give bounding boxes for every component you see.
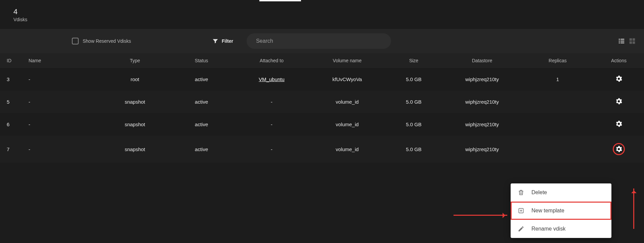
- col-attached[interactable]: Attached to: [234, 53, 309, 68]
- gear-icon[interactable]: [615, 98, 622, 105]
- new-icon: [517, 207, 525, 214]
- cell-type: snapshot: [101, 91, 169, 113]
- filter-label: Filter: [222, 38, 233, 44]
- menu-item-delete[interactable]: Delete: [511, 183, 611, 202]
- gear-icon[interactable]: [615, 120, 622, 127]
- cell-datastore: wiphjzreq210ty: [442, 136, 522, 163]
- actions-menu: DeleteNew templateRename vdisk: [511, 183, 611, 238]
- cell-id: 6: [0, 113, 25, 136]
- cell-id: 5: [0, 91, 25, 113]
- cell-actions: [594, 68, 644, 91]
- trash-icon: [517, 189, 525, 196]
- cell-datastore: wiphjzreq210ty: [442, 113, 522, 136]
- cell-volume: volume_id: [309, 113, 385, 136]
- table-row[interactable]: 5-snapshotactive-volume_id5.0 GBwiphjzre…: [0, 91, 644, 113]
- cell-datastore: wiphjzreq210ty: [442, 91, 522, 113]
- cell-status: active: [169, 136, 234, 163]
- cell-attached: -: [234, 136, 309, 163]
- cell-actions: [594, 136, 644, 163]
- menu-item-label: Rename vdisk: [531, 226, 565, 232]
- cell-size: 5.0 GB: [385, 113, 442, 136]
- search-field[interactable]: [247, 33, 391, 49]
- summary: 4 Vdisks: [0, 1, 644, 29]
- cell-type: snapshot: [101, 113, 169, 136]
- menu-item-label: New template: [531, 208, 564, 214]
- attached-link[interactable]: VM_ubuntu: [259, 76, 285, 82]
- annotation-arrow-vertical: [633, 188, 634, 229]
- filter-button[interactable]: Filter: [212, 37, 233, 45]
- checkbox-icon: [72, 38, 79, 44]
- col-datastore[interactable]: Datastore: [442, 53, 522, 68]
- cell-volume: kfUvCWyoVa: [309, 68, 385, 91]
- summary-count: 4: [13, 7, 631, 16]
- search-input[interactable]: [255, 38, 382, 44]
- summary-label: Vdisks: [13, 17, 631, 22]
- cell-size: 5.0 GB: [385, 91, 442, 113]
- menu-item-new-template[interactable]: New template: [511, 202, 611, 220]
- col-actions: Actions: [594, 53, 644, 68]
- cell-attached: -: [234, 113, 309, 136]
- table-header-row: ID Name Type Status Attached to Volume n…: [0, 53, 644, 68]
- list-view-icon[interactable]: [618, 37, 625, 45]
- cell-status: active: [169, 91, 234, 113]
- col-replicas[interactable]: Replicas: [522, 53, 594, 68]
- cell-name: -: [25, 136, 101, 163]
- cell-replicas: [522, 136, 594, 163]
- show-reserved-label: Show Reserved Vdisks: [83, 38, 131, 44]
- cell-attached: VM_ubuntu: [234, 68, 309, 91]
- cell-actions: [594, 91, 644, 113]
- cell-name: -: [25, 113, 101, 136]
- cell-replicas: [522, 91, 594, 113]
- cell-attached: -: [234, 91, 309, 113]
- cell-datastore: wiphjzreq210ty: [442, 68, 522, 91]
- col-type[interactable]: Type: [101, 53, 169, 68]
- table-row[interactable]: 3-rootactiveVM_ubuntukfUvCWyoVa5.0 GBwip…: [0, 68, 644, 91]
- view-toggle: [618, 37, 636, 45]
- filter-icon: [212, 37, 219, 45]
- col-id[interactable]: ID: [0, 53, 25, 68]
- vdisks-table: ID Name Type Status Attached to Volume n…: [0, 53, 644, 163]
- gear-icon[interactable]: [615, 75, 622, 82]
- cell-type: snapshot: [101, 136, 169, 163]
- cell-size: 5.0 GB: [385, 68, 442, 91]
- col-volume[interactable]: Volume name: [309, 53, 385, 68]
- cell-replicas: 1: [522, 68, 594, 91]
- cell-volume: volume_id: [309, 91, 385, 113]
- menu-item-label: Delete: [531, 189, 547, 196]
- gear-icon[interactable]: [613, 143, 625, 155]
- menu-item-rename-vdisk[interactable]: Rename vdisk: [511, 220, 611, 238]
- cell-name: -: [25, 68, 101, 91]
- col-name[interactable]: Name: [25, 53, 101, 68]
- table-row[interactable]: 7-snapshotactive-volume_id5.0 GBwiphjzre…: [0, 136, 644, 163]
- toolbar: Show Reserved Vdisks Filter: [0, 29, 644, 53]
- show-reserved-checkbox[interactable]: Show Reserved Vdisks: [72, 38, 131, 44]
- cell-name: -: [25, 91, 101, 113]
- table-row[interactable]: 6-snapshotactive-volume_id5.0 GBwiphjzre…: [0, 113, 644, 136]
- cell-id: 7: [0, 136, 25, 163]
- cell-actions: [594, 113, 644, 136]
- cell-status: active: [169, 113, 234, 136]
- col-size[interactable]: Size: [385, 53, 442, 68]
- cell-volume: volume_id: [309, 136, 385, 163]
- grid-view-icon[interactable]: [629, 37, 636, 45]
- pencil-icon: [517, 225, 525, 233]
- cell-status: active: [169, 68, 234, 91]
- cell-type: root: [101, 68, 169, 91]
- col-status[interactable]: Status: [169, 53, 234, 68]
- cell-id: 3: [0, 68, 25, 91]
- annotation-arrow-horizontal: [454, 215, 507, 216]
- cell-size: 5.0 GB: [385, 136, 442, 163]
- cell-replicas: [522, 113, 594, 136]
